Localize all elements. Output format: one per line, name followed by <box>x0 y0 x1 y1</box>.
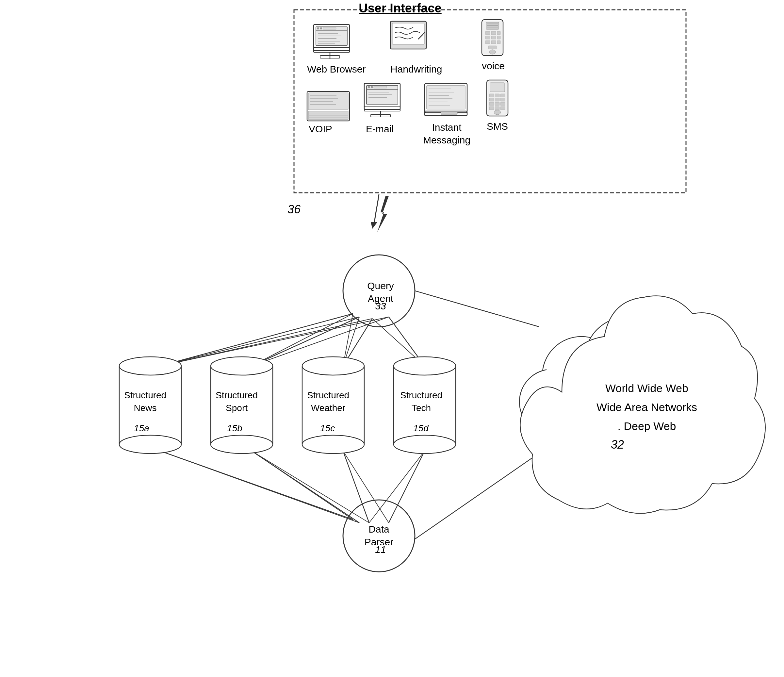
svg-line-95 <box>343 317 359 366</box>
svg-line-97 <box>372 319 425 366</box>
cloud-ref: 32 <box>611 438 624 451</box>
svg-rect-29 <box>491 36 496 39</box>
voip-label: VOIP <box>309 123 332 135</box>
handwriting-label: Handwriting <box>390 64 442 75</box>
svg-line-98 <box>160 317 389 366</box>
svg-rect-7 <box>317 28 319 30</box>
svg-line-93 <box>343 314 353 366</box>
svg-point-131 <box>302 435 364 453</box>
svg-line-102 <box>343 451 369 523</box>
svg-point-132 <box>394 357 456 375</box>
news-ref: 15a <box>134 423 149 434</box>
svg-rect-68 <box>487 80 508 116</box>
query-agent-ref: 33 <box>359 300 402 312</box>
svg-rect-49 <box>371 114 390 117</box>
svg-line-96 <box>160 319 372 366</box>
svg-rect-69 <box>488 81 507 115</box>
svg-line-90 <box>343 319 372 366</box>
cloud-line1: World Wide Web <box>605 382 688 394</box>
svg-rect-78 <box>495 102 499 106</box>
svg-rect-75 <box>495 98 499 101</box>
svg-rect-16 <box>392 23 424 44</box>
sms-label: SMS <box>487 121 508 132</box>
svg-line-103 <box>389 451 425 523</box>
svg-rect-59 <box>425 111 467 116</box>
svg-rect-5 <box>316 27 347 45</box>
structured-sport-label: StructuredSport <box>216 389 258 414</box>
svg-rect-37 <box>308 93 348 110</box>
voice-label: voice <box>482 61 505 72</box>
svg-line-89 <box>252 317 359 366</box>
svg-rect-25 <box>485 31 490 35</box>
svg-rect-46 <box>364 83 400 109</box>
svg-line-109 <box>415 291 539 327</box>
svg-rect-15 <box>390 21 426 49</box>
structured-tech-label: StructuredTech <box>400 389 442 414</box>
svg-rect-33 <box>497 40 501 44</box>
svg-point-123 <box>119 435 181 453</box>
svg-rect-52 <box>368 86 370 88</box>
data-parser-ref: 11 <box>361 544 400 555</box>
ui-title: User Interface <box>359 1 441 16</box>
svg-rect-47 <box>364 106 400 111</box>
svg-line-107 <box>343 451 389 523</box>
svg-rect-28 <box>485 36 490 39</box>
svg-rect-60 <box>427 86 465 109</box>
svg-point-127 <box>211 435 273 453</box>
svg-rect-34 <box>488 46 496 49</box>
svg-rect-2 <box>314 47 350 52</box>
svg-rect-73 <box>501 94 505 97</box>
svg-rect-21 <box>486 22 499 30</box>
svg-line-99 <box>252 317 389 366</box>
svg-line-100 <box>160 451 353 520</box>
tech-ref: 15d <box>413 423 429 434</box>
svg-rect-72 <box>495 94 499 97</box>
svg-rect-54 <box>374 86 387 88</box>
svg-rect-76 <box>501 98 505 101</box>
svg-rect-50 <box>367 86 398 104</box>
svg-rect-70 <box>490 82 505 92</box>
svg-line-108 <box>369 451 425 523</box>
svg-line-94 <box>160 317 359 366</box>
svg-rect-9 <box>323 28 336 30</box>
svg-line-91 <box>389 317 425 366</box>
svg-point-135 <box>394 435 456 453</box>
svg-rect-19 <box>482 20 503 56</box>
sport-ref: 15b <box>227 423 243 434</box>
svg-point-120 <box>119 357 181 375</box>
svg-line-110 <box>415 451 542 539</box>
email-label: E-mail <box>366 123 394 135</box>
svg-rect-71 <box>489 94 494 97</box>
instant-messaging-label: InstantMessaging <box>423 121 470 146</box>
svg-rect-77 <box>489 102 494 106</box>
svg-point-124 <box>211 357 273 375</box>
svg-rect-31 <box>485 40 490 44</box>
svg-rect-53 <box>371 86 373 88</box>
svg-line-101 <box>252 451 359 523</box>
structured-news-label: StructuredNews <box>124 389 166 414</box>
svg-rect-67 <box>441 112 457 115</box>
svg-rect-32 <box>491 40 496 44</box>
svg-point-83 <box>494 110 501 115</box>
svg-rect-79 <box>501 102 505 106</box>
svg-point-35 <box>489 50 496 54</box>
svg-rect-20 <box>483 20 502 54</box>
cloud-text: World Wide Web Wide Area Networks . Deep… <box>562 379 732 436</box>
svg-rect-30 <box>497 36 501 39</box>
svg-marker-85 <box>377 196 389 232</box>
svg-line-92 <box>252 314 353 366</box>
cloud-line2: Wide Area Networks <box>596 401 697 413</box>
svg-rect-81 <box>495 106 499 110</box>
svg-rect-1 <box>314 25 350 51</box>
web-browser-label: Web Browser <box>307 64 366 75</box>
svg-rect-36 <box>307 92 350 121</box>
svg-rect-42 <box>308 111 348 120</box>
svg-rect-58 <box>425 83 467 113</box>
svg-rect-4 <box>320 56 340 58</box>
cloud-line3: . Deep Web <box>618 420 676 432</box>
diagram: User Interface Web Browser Handwriting v… <box>0 0 784 677</box>
svg-rect-0 <box>294 10 686 193</box>
svg-point-128 <box>302 357 364 375</box>
ref-36: 36 <box>288 202 300 216</box>
svg-rect-80 <box>489 106 494 110</box>
